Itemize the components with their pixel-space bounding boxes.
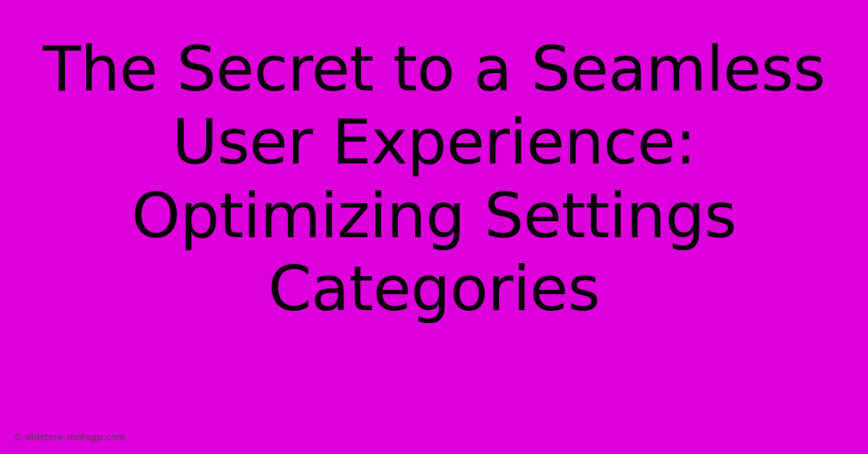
attribution-text: © oldstore.motogp.com — [13, 432, 126, 442]
headline-text: The Secret to a Seamless User Experience… — [0, 33, 868, 326]
